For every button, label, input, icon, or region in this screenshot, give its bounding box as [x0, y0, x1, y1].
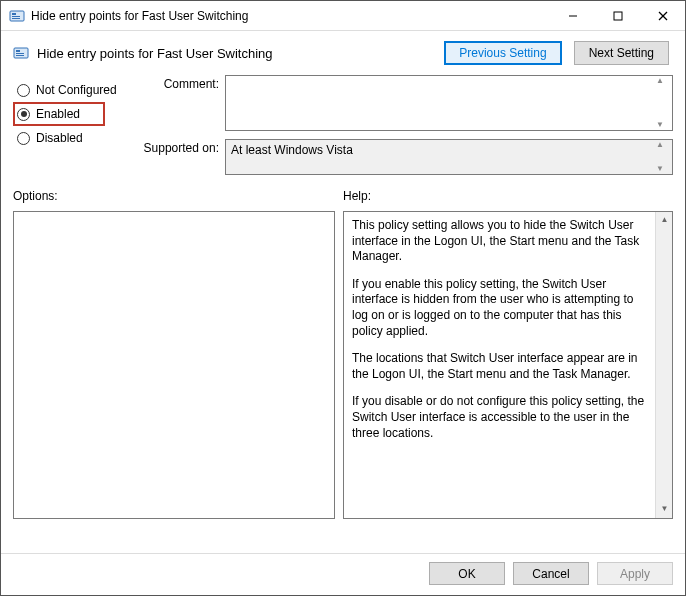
- titlebar: Hide entry points for Fast User Switchin…: [1, 1, 685, 31]
- close-button[interactable]: [640, 1, 685, 30]
- chevron-up-icon: ▲: [656, 212, 673, 229]
- state-radios: Not Configured Enabled Disabled: [13, 75, 153, 175]
- window-controls: [550, 1, 685, 30]
- maximize-button[interactable]: [595, 1, 640, 30]
- panel-labels: Options: Help:: [1, 175, 685, 207]
- radio-label: Disabled: [36, 131, 83, 145]
- radio-not-configured[interactable]: Not Configured: [13, 79, 153, 101]
- comment-row: Comment: ▲▼: [157, 75, 673, 131]
- svg-rect-11: [16, 55, 24, 56]
- options-panel: [13, 211, 335, 519]
- supported-row: Supported on: At least Windows Vista ▲▼: [157, 139, 673, 175]
- help-paragraph: This policy setting allows you to hide t…: [352, 218, 652, 265]
- options-label: Options:: [13, 189, 343, 203]
- svg-rect-2: [12, 16, 20, 17]
- dialog-footer: OK Cancel Apply: [1, 553, 685, 595]
- config-section: Not Configured Enabled Disabled Comment:…: [1, 71, 685, 175]
- ok-button[interactable]: OK: [429, 562, 505, 585]
- nav-buttons: Previous Setting Next Setting: [444, 41, 669, 65]
- previous-setting-button[interactable]: Previous Setting: [444, 41, 561, 65]
- next-setting-button[interactable]: Next Setting: [574, 41, 669, 65]
- help-paragraph: If you disable or do not configure this …: [352, 394, 652, 441]
- svg-rect-10: [16, 53, 24, 54]
- window-title: Hide entry points for Fast User Switchin…: [31, 9, 550, 23]
- radio-icon: [17, 84, 30, 97]
- cancel-button[interactable]: Cancel: [513, 562, 589, 585]
- svg-rect-3: [12, 18, 20, 19]
- radio-enabled[interactable]: Enabled: [13, 102, 105, 126]
- svg-rect-5: [614, 12, 622, 20]
- apply-button[interactable]: Apply: [597, 562, 673, 585]
- radio-icon: [17, 132, 30, 145]
- panels: This policy setting allows you to hide t…: [1, 207, 685, 553]
- policy-title: Hide entry points for Fast User Switchin…: [37, 46, 444, 61]
- chevron-up-icon: ▲: [656, 141, 671, 149]
- supported-value: At least Windows Vista: [231, 143, 353, 157]
- policy-icon: [9, 8, 25, 24]
- radio-icon: [17, 108, 30, 121]
- supported-on-field: At least Windows Vista ▲▼: [225, 139, 673, 175]
- help-paragraph: The locations that Switch User interface…: [352, 351, 652, 382]
- svg-rect-9: [16, 50, 20, 52]
- chevron-down-icon: ▼: [656, 501, 673, 518]
- help-label: Help:: [343, 189, 673, 203]
- scrollbar[interactable]: ▲▼: [656, 77, 671, 129]
- radio-label: Enabled: [36, 107, 80, 121]
- policy-icon: [13, 45, 29, 61]
- scrollbar[interactable]: ▲ ▼: [655, 212, 672, 518]
- chevron-up-icon: ▲: [656, 77, 671, 85]
- supported-label: Supported on:: [119, 139, 219, 155]
- comment-label: Comment:: [157, 75, 219, 91]
- chevron-down-icon: ▼: [656, 165, 671, 173]
- header-section: Hide entry points for Fast User Switchin…: [1, 31, 685, 71]
- chevron-down-icon: ▼: [656, 121, 671, 129]
- scrollbar[interactable]: ▲▼: [656, 141, 671, 173]
- comment-input[interactable]: ▲▼: [225, 75, 673, 131]
- minimize-button[interactable]: [550, 1, 595, 30]
- svg-rect-1: [12, 13, 16, 15]
- radio-label: Not Configured: [36, 83, 117, 97]
- help-panel: This policy setting allows you to hide t…: [343, 211, 673, 519]
- fields-column: Comment: ▲▼ Supported on: At least Windo…: [157, 75, 673, 175]
- help-paragraph: If you enable this policy setting, the S…: [352, 277, 652, 339]
